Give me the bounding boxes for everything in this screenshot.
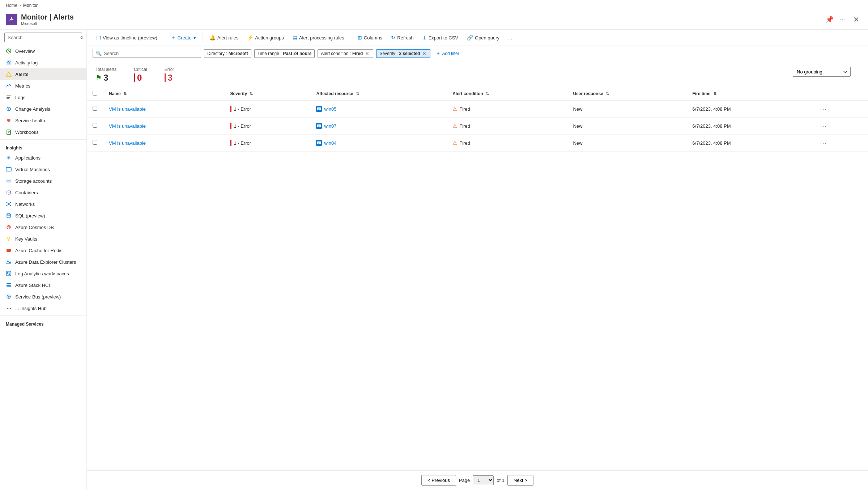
row-more-button[interactable]: ⋯	[818, 138, 829, 148]
refresh-button[interactable]: ↻ Refresh	[387, 33, 417, 42]
alert-rules-button[interactable]: 🔔 Alert rules	[206, 33, 242, 42]
overview-icon	[6, 48, 12, 54]
filter-search-container[interactable]: 🔍	[93, 49, 201, 58]
row-more-actions: ⋯	[812, 101, 868, 118]
sidebar-item-workbooks[interactable]: Workbooks	[0, 126, 86, 138]
col-firetime-sort[interactable]: ⇅	[713, 92, 716, 96]
resource-icon	[316, 106, 322, 112]
sidebar-item-change-analysis[interactable]: Change Analysis	[0, 103, 86, 115]
sidebar-divider-managed	[0, 315, 86, 316]
row-more-actions: ⋯	[812, 118, 868, 135]
sidebar-item-cosmos-db[interactable]: Azure Cosmos DB	[0, 221, 86, 233]
toolbar-more-button[interactable]: ...	[505, 33, 516, 42]
row-more-actions: ⋯	[812, 135, 868, 152]
row-more-button[interactable]: ⋯	[818, 121, 829, 131]
row-checkbox-cell	[87, 101, 103, 118]
search-icon: 🔍	[96, 51, 102, 56]
previous-button[interactable]: < Previous	[421, 475, 456, 486]
row-condition: ⚠ Fired	[447, 135, 567, 152]
header-more-button[interactable]: ⋯	[838, 14, 847, 25]
svg-rect-33	[7, 285, 11, 286]
resource-link[interactable]: win07	[316, 123, 441, 129]
alert-processing-label: Alert processing rules	[299, 35, 344, 41]
sidebar-item-key-vaults[interactable]: Key Vaults	[0, 233, 86, 245]
sidebar-item-service-health[interactable]: Service health	[0, 115, 86, 126]
sidebar-item-metrics[interactable]: Metrics	[0, 80, 86, 92]
sidebar-item-alerts[interactable]: ! Alerts	[0, 68, 86, 80]
sidebar-item-sql[interactable]: SQL (preview)	[0, 210, 86, 221]
sidebar-item-servicebus[interactable]: Service Bus (preview)	[0, 291, 86, 302]
col-severity-sort[interactable]: ⇅	[250, 92, 253, 96]
sidebar-item-insights-hub[interactable]: ⋯ ... Insights Hub	[0, 302, 86, 314]
view-timeline-button[interactable]: ⬚ View as timeline (preview)	[93, 33, 161, 42]
sidebar-item-storage[interactable]: Storage accounts	[0, 175, 86, 187]
previous-label: < Previous	[427, 478, 450, 483]
sidebar-item-redis[interactable]: Azure Cache for Redis	[0, 245, 86, 256]
sidebar-item-virtual-machines[interactable]: Virtual Machines	[0, 164, 86, 175]
toolbar-more-icon: ...	[508, 35, 512, 41]
resource-link[interactable]: win04	[316, 140, 441, 146]
filter-search-input[interactable]	[104, 51, 198, 56]
close-button[interactable]: ✕	[850, 14, 862, 25]
fire-time-text: 6/7/2023, 4:08 PM	[692, 140, 731, 146]
sidebar-item-log-analytics[interactable]: Log Analytics workspaces	[0, 268, 86, 279]
select-all-checkbox[interactable]	[93, 91, 97, 96]
open-query-button[interactable]: 🔗 Open query	[463, 33, 503, 42]
col-condition-sort[interactable]: ⇅	[486, 92, 489, 96]
sidebar-item-applications[interactable]: Applications	[0, 152, 86, 164]
alert-name-link[interactable]: VM is unavailable	[109, 123, 146, 129]
row-user-response: New	[567, 101, 686, 118]
row-checkbox[interactable]	[93, 123, 97, 128]
view-timeline-label: View as timeline (preview)	[103, 35, 157, 41]
pagination: < Previous Page 1 of 1 Next >	[87, 470, 868, 490]
grouping-select[interactable]: No groupingGroup by resourceGroup by ale…	[793, 67, 851, 77]
sidebar-item-containers[interactable]: Containers	[0, 187, 86, 198]
servicebus-icon	[6, 294, 12, 300]
filter-condition-remove[interactable]: ✕	[364, 51, 370, 56]
row-checkbox[interactable]	[93, 140, 97, 145]
columns-button[interactable]: ⊞ Columns	[354, 33, 386, 42]
row-more-button[interactable]: ⋯	[818, 104, 829, 114]
sidebar-search-input[interactable]	[4, 33, 82, 42]
add-filter-button[interactable]: ＋ Add filter	[433, 49, 462, 58]
alert-name-link[interactable]: VM is unavailable	[109, 106, 146, 112]
condition-icon: ⚠	[452, 140, 457, 146]
create-button[interactable]: ＋ Create ▾	[167, 33, 200, 43]
page-icon	[6, 14, 17, 25]
row-checkbox[interactable]	[93, 106, 97, 111]
pin-button[interactable]: 📌	[824, 14, 835, 25]
page-select[interactable]: 1	[473, 475, 494, 485]
stat-error-value: 3	[165, 73, 174, 83]
sidebar-item-logs[interactable]: Logs	[0, 92, 86, 103]
filter-severity-remove[interactable]: ✕	[421, 51, 427, 56]
sidebar-item-explorer[interactable]: Azure Data Explorer Clusters	[0, 256, 86, 268]
resource-link[interactable]: win05	[316, 106, 441, 112]
vm-icon	[6, 166, 12, 172]
page-title: Monitor | Alerts	[21, 13, 824, 21]
sidebar-collapse-button[interactable]: «	[77, 33, 86, 42]
severity-text: 1 - Error	[234, 106, 251, 112]
export-csv-button[interactable]: ⤓ Export to CSV	[419, 33, 462, 42]
sidebar-item-activity-log[interactable]: Activity log	[0, 57, 86, 68]
row-fire-time: 6/7/2023, 4:08 PM	[686, 118, 812, 135]
col-userresponse-sort[interactable]: ⇅	[606, 92, 609, 96]
row-severity: 1 - Error	[224, 135, 310, 152]
breadcrumb-home[interactable]: Home	[6, 3, 17, 8]
svg-rect-7	[7, 97, 10, 98]
stat-critical-value: 0	[134, 73, 147, 83]
filter-severity-value: 2 selected	[399, 51, 420, 56]
sidebar-item-networks[interactable]: Networks	[0, 198, 86, 210]
stat-total-number: 3	[103, 73, 108, 83]
sidebar-item-stack-hci[interactable]: Azure Stack HCI	[0, 279, 86, 291]
alert-name-link[interactable]: VM is unavailable	[109, 140, 146, 146]
fire-time-text: 6/7/2023, 4:08 PM	[692, 106, 731, 112]
svg-text:!: !	[9, 73, 9, 76]
col-name-sort[interactable]: ⇅	[123, 92, 127, 96]
alert-processing-rules-button[interactable]: ▤ Alert processing rules	[289, 33, 348, 42]
stat-total-value: ⚑ 3	[95, 73, 116, 83]
sidebar-item-overview[interactable]: Overview	[0, 45, 86, 57]
col-resource-sort[interactable]: ⇅	[356, 92, 359, 96]
action-groups-button[interactable]: ⚡ Action groups	[243, 33, 288, 42]
next-button[interactable]: Next >	[507, 475, 533, 486]
sidebar-item-label-logs: Logs	[15, 95, 25, 100]
